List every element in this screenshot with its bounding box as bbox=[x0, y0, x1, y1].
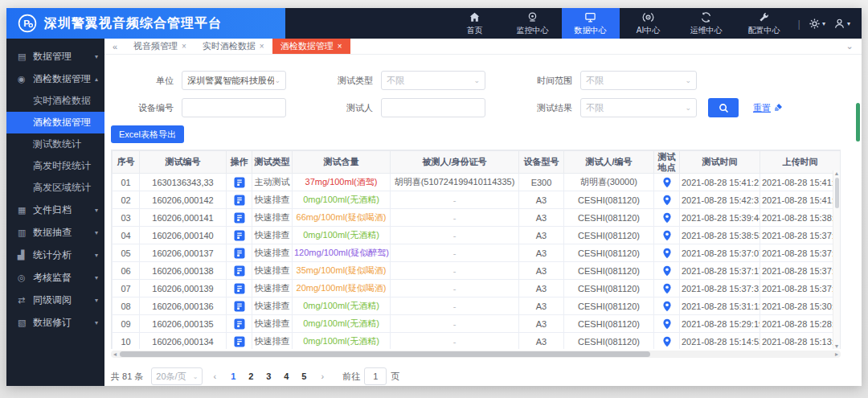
cell-test-no: 160206,000142 bbox=[140, 191, 227, 209]
sidebar-item-6[interactable]: 高发区域统计 bbox=[6, 177, 104, 199]
record-file-icon[interactable] bbox=[234, 195, 245, 206]
tab-close-icon[interactable]: × bbox=[182, 42, 186, 51]
sidebar-item-label: 统计分析 bbox=[33, 248, 72, 262]
prev-page-icon[interactable]: ‹ bbox=[207, 371, 222, 381]
table-horizontal-scrollbar[interactable]: ◂ ▸ bbox=[111, 351, 841, 358]
record-file-icon[interactable] bbox=[234, 177, 245, 188]
cell-content: 35mg/100ml(疑似喝酒) bbox=[293, 262, 391, 280]
nav-item-label: 运维中心 bbox=[690, 25, 723, 36]
user-account-button[interactable]: ▾ bbox=[833, 18, 850, 30]
sidebar-item-8[interactable]: ▥数据抽查▾ bbox=[6, 221, 104, 244]
cell-test-time: 2021-08-28 15:42:31 bbox=[680, 191, 760, 209]
nav-item-home[interactable]: 首页 bbox=[446, 8, 504, 39]
next-page-icon[interactable]: › bbox=[315, 371, 330, 381]
nav-item-ai-center[interactable]: AI中心 bbox=[620, 8, 678, 39]
record-file-icon[interactable] bbox=[234, 336, 245, 347]
location-pin-icon[interactable] bbox=[661, 212, 673, 224]
chevron-down-icon: ▾ bbox=[95, 252, 98, 259]
record-file-icon[interactable] bbox=[234, 230, 245, 241]
cell-location bbox=[654, 297, 680, 315]
page-number-4[interactable]: 4 bbox=[280, 371, 293, 381]
tab-2[interactable]: 酒检数据管理× bbox=[272, 39, 350, 54]
chevron-down-icon: ▾ bbox=[95, 53, 98, 60]
table-vertical-scrollbar[interactable]: ▲▼ bbox=[833, 170, 840, 349]
page-size-select[interactable]: 20条/页 ⌄ bbox=[151, 367, 203, 385]
tab-back-icon[interactable]: « bbox=[104, 39, 125, 54]
nav-item-monitor-center[interactable]: 监控中心 bbox=[504, 8, 562, 39]
chevron-down-icon: ▾ bbox=[95, 229, 98, 236]
location-pin-icon[interactable] bbox=[661, 265, 673, 277]
location-pin-icon[interactable] bbox=[661, 283, 673, 294]
tab-close-icon[interactable]: × bbox=[260, 42, 264, 51]
location-pin-icon[interactable] bbox=[661, 248, 673, 259]
location-pin-icon[interactable] bbox=[661, 301, 673, 312]
sidebar-item-3[interactable]: 酒检数据管理 bbox=[6, 112, 104, 133]
sidebar-item-0[interactable]: ▤数据管理▾ bbox=[6, 45, 104, 68]
sidebar-item-1[interactable]: ◉酒检数据管理▴ bbox=[6, 68, 104, 90]
nav-item-label: 首页 bbox=[467, 25, 483, 36]
settings-gear-button[interactable]: ▾ bbox=[809, 18, 825, 30]
sidebar-item-9[interactable]: ▟统计分析▾ bbox=[6, 244, 104, 266]
test-type-select[interactable]: 不限 ⌄ bbox=[381, 71, 485, 90]
tab-label: 实时酒检数据 bbox=[203, 40, 256, 52]
table-body: 011630136343,33主动测试37mg/100ml(酒驾)胡明喜(510… bbox=[113, 174, 841, 349]
tester-input[interactable] bbox=[381, 98, 485, 117]
column-header-0: 序号 bbox=[113, 151, 140, 174]
page-number-5[interactable]: 5 bbox=[297, 371, 310, 381]
test-result-select[interactable]: 不限 ⌄ bbox=[580, 98, 697, 117]
cell-no: 08 bbox=[113, 297, 140, 315]
assess-icon: ◎ bbox=[18, 273, 28, 283]
nav-item-ops-center[interactable]: 运维中心 bbox=[678, 8, 735, 39]
record-file-icon[interactable] bbox=[234, 318, 245, 330]
cell-operation bbox=[227, 315, 252, 333]
excel-export-button[interactable]: Excel表格导出 bbox=[111, 125, 184, 143]
cell-operation bbox=[227, 209, 252, 227]
cell-device-model: A3 bbox=[519, 315, 564, 333]
tab-1[interactable]: 实时酒检数据× bbox=[194, 39, 272, 54]
sidebar-item-7[interactable]: ▦文件归档▾ bbox=[6, 199, 104, 221]
sidebar-item-label: 数据抽查 bbox=[33, 226, 72, 240]
record-file-icon[interactable] bbox=[234, 301, 245, 312]
hscroll-thumb[interactable] bbox=[120, 351, 650, 357]
scroll-right-icon[interactable]: ▸ bbox=[833, 351, 841, 358]
sidebar-item-11[interactable]: ⇄同级调阅▾ bbox=[6, 289, 104, 311]
unit-select[interactable]: 深圳警翼智能科技股份有限公司 ⌄ bbox=[182, 71, 286, 90]
page-scrollbar-thumb[interactable] bbox=[856, 103, 860, 142]
tab-collapse-icon[interactable]: ⌄ bbox=[837, 39, 862, 54]
record-file-icon[interactable] bbox=[234, 212, 245, 224]
device-no-input[interactable] bbox=[182, 98, 286, 117]
page-suffix: 页 bbox=[391, 371, 399, 383]
nav-item-config-center[interactable]: 配置中心 bbox=[735, 8, 793, 39]
tab-label: 视音频管理 bbox=[133, 40, 178, 52]
scroll-left-icon[interactable]: ◂ bbox=[111, 351, 119, 358]
cell-subject: - bbox=[391, 297, 519, 315]
tab-0[interactable]: 视音频管理× bbox=[125, 39, 194, 54]
sidebar-item-4[interactable]: 测试数统计 bbox=[6, 133, 104, 155]
location-pin-icon[interactable] bbox=[661, 195, 673, 206]
sidebar-item-5[interactable]: 高发时段统计 bbox=[6, 155, 104, 177]
table-vscroll-thumb[interactable] bbox=[835, 178, 839, 208]
sidebar-item-2[interactable]: 实时酒检数据 bbox=[6, 90, 104, 112]
cell-device-model: A3 bbox=[519, 227, 564, 244]
page-number-3[interactable]: 3 bbox=[262, 371, 275, 381]
search-button[interactable] bbox=[708, 98, 739, 117]
reset-link[interactable]: 重置 bbox=[753, 102, 783, 114]
location-pin-icon[interactable] bbox=[661, 336, 673, 347]
goto-page-input[interactable] bbox=[364, 367, 387, 385]
location-pin-icon[interactable] bbox=[661, 318, 673, 330]
column-header-4: 测试含量 bbox=[293, 151, 391, 174]
cell-location bbox=[654, 191, 680, 209]
record-file-icon[interactable] bbox=[234, 248, 245, 259]
location-pin-icon[interactable] bbox=[661, 230, 673, 241]
record-file-icon[interactable] bbox=[234, 265, 245, 277]
cell-operation bbox=[227, 244, 252, 262]
sidebar-item-12[interactable]: ▧数据修订▾ bbox=[6, 311, 104, 334]
location-pin-icon[interactable] bbox=[661, 177, 673, 188]
nav-item-data-center[interactable]: 数据中心 bbox=[562, 8, 620, 39]
record-file-icon[interactable] bbox=[234, 283, 245, 294]
tab-close-icon[interactable]: × bbox=[338, 42, 342, 51]
page-number-2[interactable]: 2 bbox=[244, 371, 257, 381]
time-range-select[interactable]: 不限 ⌄ bbox=[580, 71, 697, 90]
page-number-1[interactable]: 1 bbox=[227, 371, 240, 381]
sidebar-item-10[interactable]: ◎考核监督▾ bbox=[6, 266, 104, 289]
